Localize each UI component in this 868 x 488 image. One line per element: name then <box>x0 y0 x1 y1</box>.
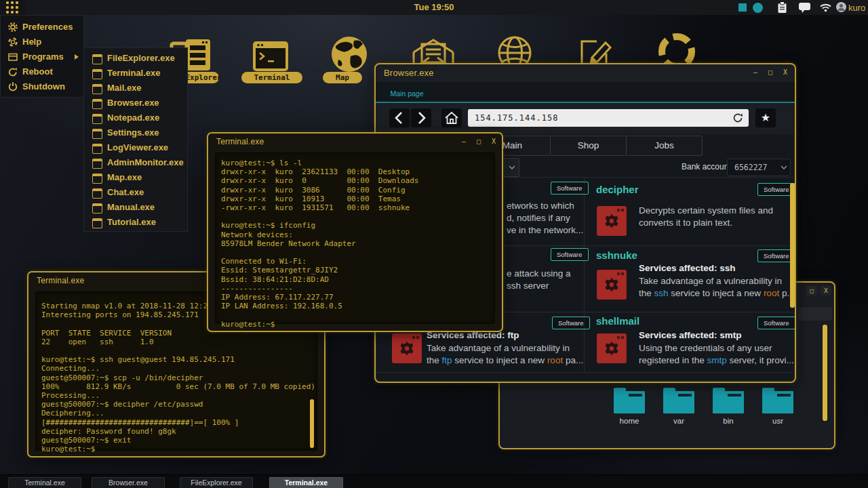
ftp-link[interactable]: ftp <box>442 355 452 365</box>
menu-item-reboot[interactable]: Reboot <box>1 64 83 79</box>
url-text: 154.175.144.158 <box>475 113 558 123</box>
terminal-icon-label[interactable]: Terminal <box>241 72 302 83</box>
forward-button[interactable] <box>411 108 431 127</box>
folder-home[interactable]: home <box>607 388 652 425</box>
submenu-item-manual[interactable]: Manual.exe <box>84 200 187 215</box>
window-icon <box>92 159 102 169</box>
root-link[interactable]: root <box>547 355 563 365</box>
browser-tab[interactable]: Main page <box>384 85 430 102</box>
submenu-item-tutorial[interactable]: Tutorial.exe <box>84 215 187 230</box>
smtp-link[interactable]: smtp <box>707 355 727 365</box>
root-link[interactable]: root <box>764 288 779 298</box>
submenu-item-logviewer[interactable]: LogViewer.exe <box>84 140 187 155</box>
ssh-link[interactable]: ssh <box>654 288 669 298</box>
avatar[interactable] <box>836 2 847 13</box>
close-button[interactable]: X <box>780 68 791 77</box>
gear-icon <box>601 211 622 231</box>
card-services-affected: Services affected: smtp <box>639 330 742 340</box>
window-icon <box>92 129 102 139</box>
card-description-line1: Take advantage of a vulnerability in <box>639 275 782 287</box>
card-description-line1: Using the credentials of any user <box>639 342 772 354</box>
card-description-line2: the ftp service to inject a new root pa.… <box>427 354 583 367</box>
menu-item-shutdown[interactable]: Shutdown <box>1 79 83 94</box>
gear-icon <box>601 274 622 295</box>
forward-icon <box>411 108 431 127</box>
folder-var[interactable]: var <box>656 388 701 425</box>
window-title: Browser.exe <box>384 68 434 78</box>
folder-icon <box>614 388 645 413</box>
window-icon <box>92 203 102 214</box>
browser-scrollbar[interactable] <box>790 183 795 308</box>
menu-item-programs[interactable]: Programs <box>1 49 83 64</box>
submenu-item-settings[interactable]: Settings.exe <box>84 125 187 140</box>
taskbar-item-browser[interactable]: Browser.exe <box>92 477 165 488</box>
submenu-item-chat[interactable]: Chat.exe <box>84 185 187 200</box>
tray-square-icon[interactable] <box>738 3 747 12</box>
menu-item-preferences[interactable]: Preferences <box>1 20 83 35</box>
back-button[interactable] <box>389 108 410 127</box>
window-icon <box>92 84 102 94</box>
map-icon-label[interactable]: Map <box>323 72 362 83</box>
close-button[interactable]: X <box>821 286 831 296</box>
fileexplorer-scrollbar[interactable] <box>823 325 827 421</box>
software-badge: Software <box>551 182 589 195</box>
terminal-window-main: Terminal.exe – □ X kuro@test:~$ ls -l dr… <box>207 132 503 332</box>
url-bar[interactable]: 154.175.144.158 <box>468 109 749 127</box>
folder-icon <box>663 388 694 413</box>
software-red-icon <box>597 333 627 363</box>
window-icon <box>92 99 102 109</box>
refresh-icon[interactable] <box>732 112 744 124</box>
wifi-icon[interactable] <box>819 2 832 13</box>
home-button[interactable] <box>441 108 462 127</box>
power-icon <box>7 81 18 92</box>
reboot-icon <box>7 66 18 77</box>
bank-account-dropdown[interactable]: 6562227 <box>727 159 791 176</box>
bank-account-value: 6562227 <box>734 163 767 172</box>
tray-circle-icon[interactable] <box>753 3 763 13</box>
terminal-scrollbar[interactable] <box>310 399 314 448</box>
map-desktop-icon[interactable] <box>330 36 369 75</box>
minimize-button[interactable]: – <box>750 68 761 77</box>
terminal-desktop-icon[interactable] <box>252 41 289 75</box>
submenu-item-map[interactable]: Map.exe <box>84 170 187 185</box>
chat-bubble-icon[interactable] <box>799 3 811 14</box>
browser-tabstrip <box>376 82 795 102</box>
apps-button[interactable] <box>0 0 27 15</box>
tab-underline <box>376 102 795 103</box>
page-tab-jobs[interactable]: Jobs <box>626 136 703 156</box>
grid-divider <box>584 178 585 372</box>
submenu-item-mail[interactable]: Mail.exe <box>84 81 187 96</box>
submenu-item-browser[interactable]: Browser.exe <box>84 96 187 110</box>
submenu-item-adminmonitor[interactable]: AdminMonitor.exe <box>84 155 187 170</box>
maximize-button[interactable]: □ <box>473 137 484 146</box>
submenu-item-fileexplorer[interactable]: FileExplorer.exe <box>84 51 187 66</box>
taskbar-item-terminal-1[interactable]: Terminal.exe <box>8 477 81 488</box>
clipboard-icon[interactable] <box>777 1 787 14</box>
bookmark-button[interactable]: ★ <box>755 108 776 127</box>
terminal-screen[interactable]: kuro@test:~$ ls -l drwxr-xr-x kuro 23621… <box>215 152 495 324</box>
topbar: Tue 19:50 kuro <box>0 0 868 15</box>
taskbar-item-terminal-2[interactable]: Terminal.exe <box>269 477 343 488</box>
maximize-button[interactable]: □ <box>806 286 817 296</box>
minimize-button[interactable]: – <box>458 137 469 146</box>
grid-divider <box>377 372 793 373</box>
window-icon <box>92 174 102 184</box>
programs-submenu: FileExplorer.exe Terminal.exe Mail.exe B… <box>83 47 188 232</box>
folder-bin[interactable]: bin <box>706 388 751 425</box>
software-red-icon <box>597 206 627 236</box>
submenu-item-notepad[interactable]: Notepad.exe <box>84 110 187 125</box>
card-description-line2: the ssh service to inject a new root p..… <box>639 287 795 300</box>
page-tab-shop[interactable]: Shop <box>550 136 627 156</box>
back-icon <box>389 108 410 127</box>
maximize-button[interactable]: □ <box>765 68 776 77</box>
bank-account-label: Bank account: <box>682 162 733 171</box>
username[interactable]: kuro <box>848 3 865 13</box>
taskbar-item-fileexplorer[interactable]: FileExplorer.exe <box>180 477 253 488</box>
card-description: etworks to which d, notifies if any ve i… <box>507 200 583 237</box>
submenu-item-terminal[interactable]: Terminal.exe <box>84 66 187 81</box>
chevron-down-icon <box>509 165 515 169</box>
card-title: decipher <box>596 184 639 195</box>
menu-item-help[interactable]: Help <box>1 35 83 49</box>
close-button[interactable]: X <box>488 137 499 146</box>
folder-usr[interactable]: usr <box>755 388 800 425</box>
